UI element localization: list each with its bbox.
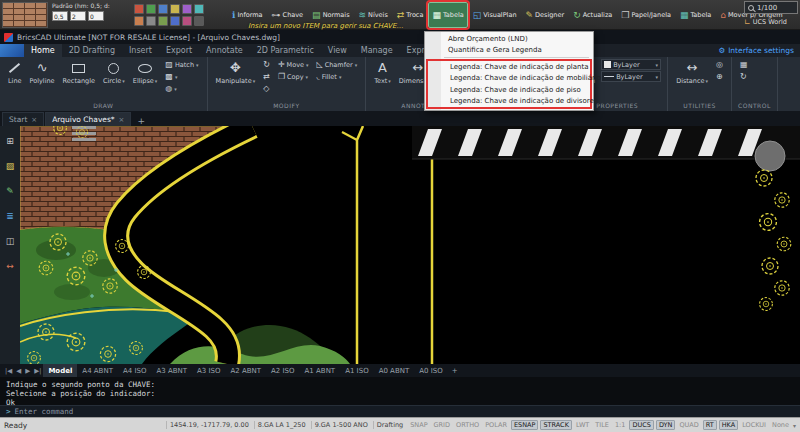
chamfer-tool[interactable]: ◺ Chamfer▾ [315, 59, 360, 70]
menu-item-legenda-planta[interactable]: Legenda: Chave de indicação de planta [428, 61, 590, 73]
drawing-viewport[interactable] [20, 126, 800, 364]
area-tool[interactable]: ⊕ [714, 71, 725, 82]
tabela-button[interactable]: ▦ Tabela [428, 2, 467, 28]
drawing-canvas[interactable] [20, 126, 800, 364]
color-bylayer-select[interactable]: ByLayer ▾ [601, 59, 661, 70]
informa-button[interactable]: ℹ Informa [228, 2, 267, 28]
last-layout-button[interactable]: ▶| [32, 367, 43, 375]
menu-item-quantifica[interactable]: Quantifica e Gera Legenda [426, 45, 592, 57]
next-layout-button[interactable]: ▶ [23, 367, 32, 375]
hatch-tool[interactable]: ▨ Hatch▾ [163, 59, 200, 70]
toggle-ducs[interactable]: DUCS [629, 420, 653, 430]
scale-tool[interactable]: ◇ [261, 83, 272, 94]
papel-janela-button[interactable]: ❒ Papel/Janela [617, 2, 675, 28]
add-layout-button[interactable]: + [448, 367, 462, 375]
workspace-field[interactable]: Drafting [373, 421, 406, 429]
current-style-field[interactable]: 9.GA 1-500 ANO [311, 421, 371, 429]
toggle-dyn[interactable]: DYN [656, 420, 675, 430]
layout-tab-a2-abnt[interactable]: A2 ABNT [226, 364, 267, 377]
brick-pattern-thumbnail[interactable] [2, 2, 48, 28]
mirror-tool[interactable]: ⇄ [261, 71, 272, 82]
designer-button[interactable]: ✎ Designer [522, 2, 569, 28]
mini-tool-icon[interactable] [158, 16, 168, 26]
draw-tool-icon[interactable]: ✎ [6, 186, 14, 196]
tabela2-button[interactable]: ▦ Tabela [676, 2, 715, 28]
fillet-tool[interactable]: ◟ Fillet▾ [315, 71, 360, 82]
layout-tab-a4-iso[interactable]: A4 ISO [118, 364, 152, 377]
rotate-tool[interactable]: ↻ [261, 59, 272, 70]
mini-tool-icon[interactable] [194, 16, 204, 26]
mini-tool-icon[interactable] [158, 4, 168, 14]
doc-tab-start[interactable]: Start × [2, 112, 44, 126]
layers-tool-icon[interactable]: ≣ [6, 211, 14, 221]
normais-button[interactable]: ▤ Normais [308, 2, 353, 28]
menu-item-legenda-piso[interactable]: Legenda: Chave de indicação de piso [428, 84, 590, 96]
layout-tab-a3-iso[interactable]: A3 ISO [192, 364, 226, 377]
ucs-selector[interactable]: ∟ UCS World [744, 16, 798, 28]
control-tool-1[interactable]: ▦ [738, 59, 750, 70]
layout-tab-a3-abnt[interactable]: A3 ABNT [151, 364, 192, 377]
toggle-lwt[interactable]: LWT [574, 421, 591, 429]
move-tool[interactable]: ✛ Move▾ [276, 59, 311, 70]
mini-tool-icon[interactable] [146, 4, 156, 14]
panels-tool-icon[interactable]: ◫ [6, 236, 15, 246]
current-layer-field[interactable]: 8.GA LA 1_250 [254, 421, 309, 429]
boundary-tool[interactable]: ◍▾ [163, 83, 200, 94]
id-point-tool[interactable]: ◎ [714, 59, 725, 70]
tab-2d-parametric[interactable]: 2D Parametric [250, 44, 321, 57]
layout-tab-a1-abnt[interactable]: A1 ABNT [300, 364, 341, 377]
rectangle-tool[interactable]: Rectangle [61, 59, 97, 86]
doc-tab-arquivo-chaves[interactable]: Arquivo Chaves* × [45, 112, 131, 126]
mini-tool-icon[interactable] [182, 16, 192, 26]
text-tool[interactable]: A Text▾ [372, 59, 393, 86]
prev-layout-button[interactable]: ◀ [14, 367, 23, 375]
chevron-down-icon[interactable]: ▾ [793, 422, 796, 429]
linetype-bylayer-select[interactable]: ByLayer ▾ [601, 71, 661, 82]
toggle-quad[interactable]: QUAD [677, 421, 700, 429]
measure-tool-icon[interactable]: ↔ [6, 261, 14, 271]
toggle-rt[interactable]: RT [703, 420, 717, 430]
line-tool[interactable]: Line [6, 59, 24, 86]
toggle-grid[interactable]: GRID [432, 421, 452, 429]
tab-home[interactable]: Home [24, 44, 62, 57]
ellipse-tool[interactable]: Ellipse▾ [131, 59, 160, 86]
menu-item-legenda-mobiliario[interactable]: Legenda: Chave de indicação de mobiliári… [428, 73, 590, 85]
polyline-tool[interactable]: ∿ Polyline [28, 59, 57, 86]
coordinates-display[interactable]: 1454.19, -1717.79, 0.00 [166, 421, 252, 429]
tab-manage[interactable]: Manage [354, 44, 400, 57]
mini-tool-icon[interactable] [170, 4, 180, 14]
toggle-snap[interactable]: SNAP [408, 421, 429, 429]
pattern-value-input[interactable] [70, 11, 86, 21]
control-tool-2[interactable]: ↻ [738, 71, 750, 82]
toggle-hka[interactable]: HKA [719, 420, 738, 430]
copy-tool[interactable]: ❐ Copy▾ [276, 71, 311, 82]
niveis-button[interactable]: ≋ Níveis [355, 2, 392, 28]
layout-tab-a0-abnt[interactable]: A0 ABNT [374, 364, 415, 377]
visualplan-button[interactable]: ◱ VisualPlan [469, 2, 521, 28]
menu-item-abre-orcamento[interactable]: Abre Orçamento (LND) [426, 33, 592, 45]
pattern-value-input[interactable] [88, 11, 104, 21]
layout-tab-a4-abnt[interactable]: A4 ABNT [77, 364, 118, 377]
gradient-tool[interactable]: ▩▾ [163, 71, 200, 82]
close-icon[interactable]: × [31, 116, 37, 124]
grid-tool-icon[interactable]: ⊞ [6, 136, 14, 146]
app-menu-button[interactable] [0, 44, 24, 57]
new-document-button[interactable]: + [132, 116, 150, 126]
layout-tab-a1-iso[interactable]: A1 ISO [340, 364, 374, 377]
toggle-polar[interactable]: POLAR [483, 421, 509, 429]
toggle-scale[interactable]: 1:1 [613, 421, 627, 429]
interface-settings-link[interactable]: ⚙ Interface settings [718, 44, 800, 57]
close-icon[interactable]: × [119, 116, 125, 124]
zoom-scale-box[interactable]: 1/100 [744, 1, 798, 14]
circle-tool[interactable]: Circle▾ [101, 59, 127, 86]
distance-tool[interactable]: ↔ Distance▾ [674, 59, 710, 86]
tab-view[interactable]: View [321, 44, 354, 57]
toggle-ortho[interactable]: ORTHO [454, 421, 481, 429]
toggle-strack[interactable]: STRACK [540, 420, 571, 430]
actualiza-button[interactable]: ↻ Actualiza [569, 2, 616, 28]
layout-tab-a0-iso[interactable]: A0 ISO [414, 364, 448, 377]
mini-tool-icon[interactable] [146, 16, 156, 26]
mini-tool-icon[interactable] [194, 4, 204, 14]
layout-tab-model[interactable]: Model [43, 364, 77, 377]
mini-tool-icon[interactable] [134, 16, 144, 26]
